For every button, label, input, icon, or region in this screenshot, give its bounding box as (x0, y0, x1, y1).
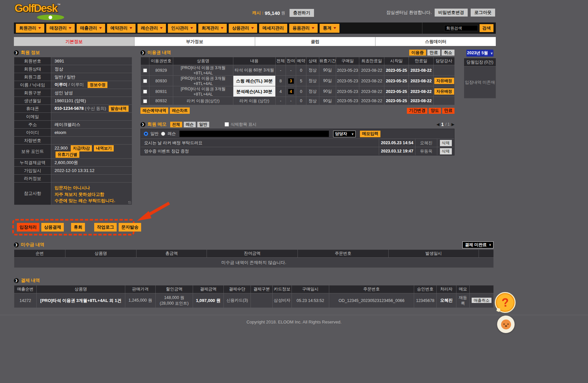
memo-filter-lesson[interactable]: 레슨 (184, 122, 196, 127)
chat-widget-button[interactable] (497, 316, 515, 333)
logout-button[interactable]: 로그아웃 (471, 9, 495, 17)
memo-filter-general[interactable]: 일반 (197, 122, 209, 127)
lesson-reservations-button[interactable]: 레슨예약내역 (140, 107, 168, 114)
col-empty (470, 285, 494, 293)
nav-item-members[interactable]: 회원관리 (16, 24, 44, 33)
tab-basic-info[interactable]: 기본정보 (14, 37, 135, 46)
month-select[interactable]: 2023년 5월 ∨ (466, 50, 493, 57)
entry-process-button[interactable]: 입장처리 (17, 223, 39, 232)
nav-item-lesson[interactable]: 레슨관리 (137, 24, 166, 33)
ticket-footer-right: 기간변경 양도 만료 (407, 108, 454, 114)
ticket-footer-left: 레슨예약내역 레슨차트 (140, 107, 190, 114)
tab-club[interactable]: 클럽 (255, 37, 376, 46)
memo-box: 일반 레슨 담당자 ∨ 메모입력 오시는 날 라커 배정 부탁드려요 2023.… (140, 129, 454, 155)
nav-item-products[interactable]: 상품관리 (229, 24, 257, 33)
tab-swing-data[interactable]: 스윙데이터 (375, 37, 496, 46)
free-assign-button[interactable]: 자유배정 (434, 78, 454, 84)
face-eye-icon (507, 323, 509, 325)
col-remain-amount: 잔여금액 (207, 250, 298, 258)
tab-extra-info[interactable]: 부가정보 (135, 37, 255, 46)
entry-panel-title: 당월입장 (0건) (464, 58, 496, 66)
points-history-button[interactable]: 내역보기 (94, 145, 114, 151)
row-checkbox[interactable] (143, 90, 147, 94)
ticket-start-date: 2023-05-25 (384, 97, 409, 105)
nav-item-sales[interactable]: 매출관리 (77, 24, 105, 33)
edit-info-button[interactable]: 정보수정 (88, 82, 107, 88)
send-history-button[interactable]: 발송내역 (109, 106, 129, 112)
nav-item-label: 회원관리 (19, 25, 36, 31)
filter-cancelled-button[interactable]: 취소 (442, 50, 454, 56)
ticket-table: 이용권번호 상품명 내용 전체 잔여 예약 상태 유효기간 구매일 최초만료일 … (140, 57, 455, 105)
nav-item-store[interactable]: 매장관리 (46, 24, 75, 33)
row-checkbox[interactable] (143, 99, 147, 103)
ticket-coach: 자유배정 (434, 76, 455, 86)
table-row: 회원그룹일반 / 일반 (14, 73, 132, 81)
resize-handle-icon[interactable] (128, 201, 131, 204)
ticket-row: 80932 라커 이용권(상단) 라커 이용 (상단) - - 0 정상 90일… (141, 97, 455, 105)
change-password-button[interactable]: 비밀번호변경 (435, 9, 468, 17)
cancel-sale-button[interactable]: 매출취소 (472, 298, 491, 303)
table-row: 이름 / 닉네임 이루미 / 이루미 정보수정 (14, 81, 132, 89)
pause-membership-button[interactable]: 휴회 (71, 223, 85, 232)
points-validity-button[interactable]: 유효기간별 (56, 151, 79, 158)
free-assign-button[interactable]: 자유배정 (434, 88, 454, 95)
ticket-expire-date: 2023-08-22 (409, 86, 434, 97)
send-sms-button[interactable]: 문자발송 (119, 223, 141, 232)
ticket-no: 80929 (149, 65, 173, 76)
nav-item-message[interactable]: 메세지관리 (259, 24, 287, 33)
memo-type-radio-general[interactable] (144, 132, 148, 136)
member-status: 정상 (51, 65, 132, 73)
help-widget-button[interactable]: ? (495, 292, 516, 313)
info-label: 회원상태 (14, 65, 51, 73)
prev-page-icon[interactable]: ◀ (436, 122, 439, 127)
memo-filter-all[interactable]: 전체 (170, 122, 182, 127)
nav-item-reservation[interactable]: 예약관리 (107, 24, 136, 33)
nav-item-label: 상품관리 (232, 25, 249, 31)
memo-delete-button[interactable]: 삭제 (440, 148, 452, 154)
nav-item-hr[interactable]: 인사관리 (168, 24, 196, 33)
search-button[interactable]: 검색 (480, 24, 493, 32)
work-log-button[interactable]: 작업로그 (94, 223, 117, 232)
search-input[interactable] (444, 25, 478, 31)
ticket-state-filters: 이용중 만료 취소 (409, 50, 455, 56)
transfer-button[interactable]: 양도 (429, 108, 441, 114)
ticket-status: 정상 (306, 65, 319, 76)
filter-active-button[interactable]: 이용중 (409, 50, 426, 56)
manager-select[interactable]: 담당자 ∨ (333, 131, 356, 137)
change-period-button[interactable]: 기간변경 (407, 108, 427, 114)
ticket-status: 정상 (306, 86, 319, 97)
table-row: 생년월일19801101 (양력) (14, 97, 132, 105)
row-checkbox[interactable] (143, 79, 147, 83)
table-row: 참고사항 입문자는 아니시나 자주 쳐보지 못하셨다고함 수준에 맞는 레슨 부… (14, 183, 132, 205)
nav-item-equipment[interactable]: 용품관리 (289, 24, 318, 33)
ticket-purchase-date: 2023-05-23 (336, 76, 359, 86)
monthly-entry-panel: 2023년 5월 ∨ 당월입장 (0건) 입장내역 미존재 (464, 50, 496, 98)
memo-text-input[interactable] (179, 131, 329, 137)
memo-type-radio-lesson[interactable] (161, 132, 165, 136)
row-checkbox[interactable] (143, 68, 147, 72)
memo-submit-button[interactable]: 메모입력 (360, 131, 380, 137)
nav-item-label: 인사관리 (171, 25, 188, 31)
golfdesk-app: GolfDesk™ 캐시 : 95,140 원 충전하기 잠실센터님 환영합니다… (0, 0, 588, 383)
expire-button[interactable]: 만료 (442, 108, 454, 114)
col-approval-no: 승인번호 (414, 285, 437, 293)
charge-button[interactable]: 충전하기 (290, 9, 314, 17)
show-deleted-checkbox[interactable] (225, 122, 229, 126)
unpaid-status-select[interactable]: 결제 미완료 ∨ (462, 241, 493, 248)
product-payment-button[interactable]: 상품결제 (41, 223, 64, 232)
unpaid-header: ❯ 미수금 내역 결제 미완료 ∨ (14, 242, 493, 248)
show-deleted-label: 삭제항목 표시 (231, 122, 256, 127)
memo-delete-button[interactable]: 삭제 (440, 140, 452, 146)
member-birthdate: 19801101 (양력) (51, 97, 132, 105)
nav-item-stats[interactable]: 통계 (320, 24, 339, 33)
ticket-reserved: 0 (296, 65, 306, 76)
ticket-panel: ❯ 이용권 내역 이용중 만료 취소 이용권번호 상품명 내용 전체 (140, 50, 454, 155)
ticket-validity: 90일 (319, 65, 336, 76)
nav-item-accounting[interactable]: 회계관리 (198, 24, 227, 33)
table-row: 주소레이크펠리스 (14, 121, 132, 129)
lesson-chart-button[interactable]: 레슨차트 (170, 107, 190, 114)
member-note-cell[interactable]: 입문자는 아니시나 자주 쳐보지 못하셨다고함 수준에 맞는 레슨 부탁드립니다… (51, 183, 132, 205)
points-adjust-button[interactable]: 지급/차감 (71, 145, 92, 151)
next-page-icon[interactable]: ▶ (451, 122, 454, 127)
filter-expired-button[interactable]: 만료 (427, 50, 440, 56)
